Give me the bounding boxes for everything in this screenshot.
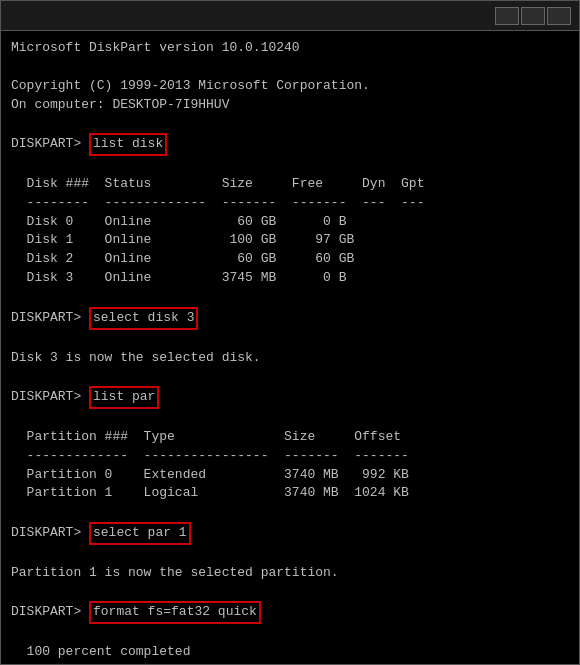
terminal-line: Disk 0 Online 60 GB 0 B (11, 213, 569, 232)
title-bar (0, 0, 580, 30)
blank-line (11, 58, 569, 77)
prompt-text: DISKPART> (11, 135, 89, 154)
terminal-line: Disk 3 is now the selected disk. (11, 349, 569, 368)
command-text: list par (89, 386, 159, 409)
terminal-line: Partition 0 Extended 3740 MB 992 KB (11, 466, 569, 485)
terminal-line: Disk ### Status Size Free Dyn Gpt (11, 175, 569, 194)
terminal-line: Partition 1 Logical 3740 MB 1024 KB (11, 484, 569, 503)
terminal-line: -------- ------------- ------- ------- -… (11, 194, 569, 213)
terminal-line: Disk 3 Online 3745 MB 0 B (11, 269, 569, 288)
close-button[interactable] (547, 7, 571, 25)
prompt-text: DISKPART> (11, 388, 89, 407)
terminal-line: 100 percent completed (11, 643, 569, 662)
blank-line (11, 114, 569, 133)
blank-line (11, 330, 569, 349)
terminal-line: Disk 1 Online 100 GB 97 GB (11, 231, 569, 250)
terminal-line: Partition 1 is now the selected partitio… (11, 564, 569, 583)
terminal-line: Partition ### Type Size Offset (11, 428, 569, 447)
command-text: select disk 3 (89, 307, 198, 330)
prompt-text: DISKPART> (11, 309, 89, 328)
blank-line (11, 409, 569, 428)
blank-line (11, 156, 569, 175)
command-line: DISKPART> list disk (11, 133, 569, 156)
command-text: select par 1 (89, 522, 191, 545)
blank-line (11, 288, 569, 307)
blank-line (11, 367, 569, 386)
terminal-line: Copyright (C) 1999-2013 Microsoft Corpor… (11, 77, 569, 96)
command-line: DISKPART> select disk 3 (11, 307, 569, 330)
blank-line (11, 583, 569, 602)
terminal-line: ------------- ---------------- ------- -… (11, 447, 569, 466)
command-line: DISKPART> select par 1 (11, 522, 569, 545)
command-text: format fs=fat32 quick (89, 601, 261, 624)
title-bar-controls (495, 7, 571, 25)
maximize-button[interactable] (521, 7, 545, 25)
prompt-text: DISKPART> (11, 603, 89, 622)
blank-line (11, 545, 569, 564)
blank-line (11, 503, 569, 522)
terminal-line: On computer: DESKTOP-7I9HHUV (11, 96, 569, 115)
terminal-content: Microsoft DiskPart version 10.0.10240Cop… (11, 39, 569, 665)
command-text: list disk (89, 133, 167, 156)
command-line: DISKPART> format fs=fat32 quick (11, 601, 569, 624)
terminal-line: Disk 2 Online 60 GB 60 GB (11, 250, 569, 269)
terminal-line: Microsoft DiskPart version 10.0.10240 (11, 39, 569, 58)
command-line: DISKPART> list par (11, 386, 569, 409)
terminal-window: Microsoft DiskPart version 10.0.10240Cop… (0, 30, 580, 665)
blank-line (11, 624, 569, 643)
prompt-text: DISKPART> (11, 524, 89, 543)
minimize-button[interactable] (495, 7, 519, 25)
